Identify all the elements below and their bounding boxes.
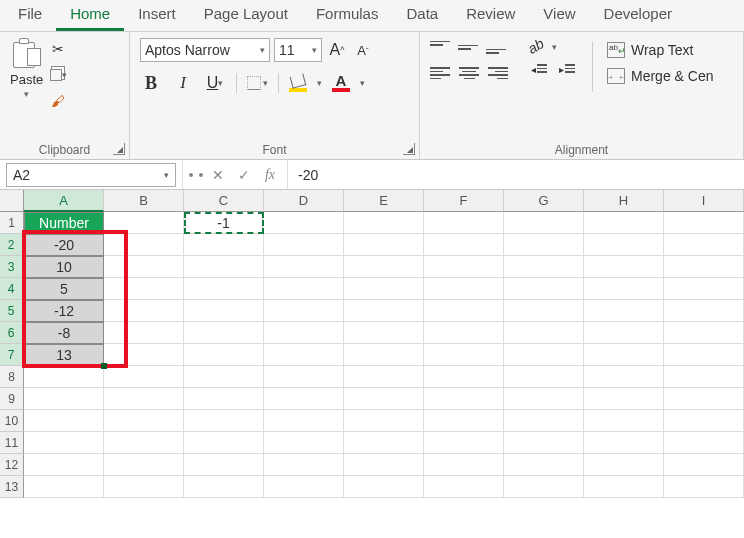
cell-B12[interactable] [104,454,184,476]
cell-I8[interactable] [664,366,744,388]
increase-font-button[interactable]: A^ [326,39,348,61]
cell-C3[interactable] [184,256,264,278]
row-header-12[interactable]: 12 [0,454,24,476]
cell-B3[interactable] [104,256,184,278]
cell-D2[interactable] [264,234,344,256]
copy-button[interactable]: ▾ [49,66,67,84]
cell-E6[interactable] [344,322,424,344]
cell-C11[interactable] [184,432,264,454]
fill-color-button[interactable] [289,75,307,92]
cell-H2[interactable] [584,234,664,256]
cell-A8[interactable] [24,366,104,388]
cell-I4[interactable] [664,278,744,300]
tab-home[interactable]: Home [56,0,124,31]
cell-G13[interactable] [504,476,584,498]
formula-input[interactable]: -20 [287,160,744,189]
cell-E1[interactable] [344,212,424,234]
cell-G3[interactable] [504,256,584,278]
cell-I9[interactable] [664,388,744,410]
cell-D7[interactable] [264,344,344,366]
cell-E3[interactable] [344,256,424,278]
selection-handle[interactable] [101,363,107,369]
cell-F9[interactable] [424,388,504,410]
cell-E13[interactable] [344,476,424,498]
tab-insert[interactable]: Insert [124,0,190,31]
cell-F12[interactable] [424,454,504,476]
cell-G1[interactable] [504,212,584,234]
cell-B1[interactable] [104,212,184,234]
row-header-4[interactable]: 4 [0,278,24,300]
cell-A2[interactable]: -20 [24,234,104,256]
align-middle-button[interactable] [458,38,480,56]
font-color-button[interactable]: A [332,75,350,92]
cell-B11[interactable] [104,432,184,454]
cell-D1[interactable] [264,212,344,234]
cell-B4[interactable] [104,278,184,300]
tab-pagelayout[interactable]: Page Layout [190,0,302,31]
col-header-E[interactable]: E [344,190,424,212]
cell-C12[interactable] [184,454,264,476]
row-header-5[interactable]: 5 [0,300,24,322]
cell-H3[interactable] [584,256,664,278]
col-header-A[interactable]: A [24,190,104,212]
cell-E5[interactable] [344,300,424,322]
cell-I11[interactable] [664,432,744,454]
name-box[interactable]: A2 ▾ [6,163,176,187]
cell-I2[interactable] [664,234,744,256]
cell-I3[interactable] [664,256,744,278]
cell-G5[interactable] [504,300,584,322]
cell-C13[interactable] [184,476,264,498]
cell-I1[interactable] [664,212,744,234]
cell-E10[interactable] [344,410,424,432]
cell-F10[interactable] [424,410,504,432]
cell-G12[interactable] [504,454,584,476]
cell-D8[interactable] [264,366,344,388]
cell-D4[interactable] [264,278,344,300]
decrease-indent-button[interactable]: ◂ [528,64,550,82]
row-header-6[interactable]: 6 [0,322,24,344]
align-center-button[interactable] [458,64,480,82]
font-name-select[interactable]: Aptos Narrow ▾ [140,38,270,62]
cell-D11[interactable] [264,432,344,454]
cell-E12[interactable] [344,454,424,476]
cell-A12[interactable] [24,454,104,476]
col-header-G[interactable]: G [504,190,584,212]
cell-C5[interactable] [184,300,264,322]
cell-E8[interactable] [344,366,424,388]
select-all-corner[interactable] [0,190,24,212]
cell-F6[interactable] [424,322,504,344]
merge-center-button[interactable]: →← Merge & Cen [607,68,713,84]
tab-view[interactable]: View [529,0,589,31]
enter-formula-button[interactable]: ✓ [233,167,255,183]
cell-C7[interactable] [184,344,264,366]
cell-A3[interactable]: 10 [24,256,104,278]
cell-H7[interactable] [584,344,664,366]
col-header-F[interactable]: F [424,190,504,212]
align-bottom-button[interactable] [486,38,508,56]
cell-D12[interactable] [264,454,344,476]
cell-C1[interactable]: -1 [184,212,264,234]
cell-H11[interactable] [584,432,664,454]
tab-formulas[interactable]: Formulas [302,0,393,31]
align-right-button[interactable] [486,64,508,82]
cell-B2[interactable] [104,234,184,256]
cell-I13[interactable] [664,476,744,498]
row-header-7[interactable]: 7 [0,344,24,366]
col-header-B[interactable]: B [104,190,184,212]
cell-C2[interactable] [184,234,264,256]
bold-button[interactable]: B [140,72,162,94]
align-left-button[interactable] [430,64,452,82]
cell-H12[interactable] [584,454,664,476]
cell-B9[interactable] [104,388,184,410]
font-size-select[interactable]: 11 ▾ [274,38,322,62]
cell-I12[interactable] [664,454,744,476]
cell-D6[interactable] [264,322,344,344]
cell-B6[interactable] [104,322,184,344]
cell-H10[interactable] [584,410,664,432]
cancel-formula-button[interactable]: ✕ [207,167,229,183]
cell-H4[interactable] [584,278,664,300]
font-dialog-launcher[interactable] [403,143,415,155]
increase-indent-button[interactable]: ▸ [556,64,578,82]
cell-H5[interactable] [584,300,664,322]
wrap-text-button[interactable]: ab↵ Wrap Text [607,42,713,58]
